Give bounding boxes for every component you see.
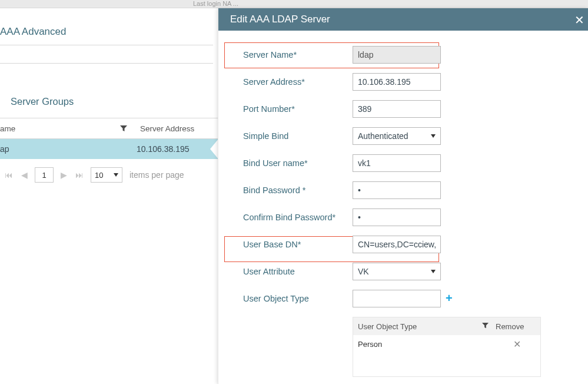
- col-address[interactable]: Server Address: [135, 124, 218, 133]
- last-login-text: Last login NA ...: [193, 0, 238, 7]
- obj-col-type[interactable]: User Object Type: [358, 322, 417, 331]
- cell-name: ap: [0, 144, 137, 154]
- pager-page-input[interactable]: 1: [35, 167, 54, 183]
- close-icon[interactable]: ✕: [574, 13, 584, 27]
- row-server-name: Server Name*: [243, 46, 579, 64]
- pager-first-icon[interactable]: ⏮: [4, 170, 14, 180]
- left-panel: AAA Advanced Server Groups ame Server Ad…: [0, 8, 218, 384]
- obj-table-header: User Object Type Remove: [353, 317, 540, 335]
- label-port-number: Port Number*: [243, 104, 353, 114]
- top-bar: Last login NA ...: [0, 0, 588, 8]
- pager-per-page-label: items per page: [129, 170, 184, 180]
- row-caret-icon: [210, 139, 218, 159]
- server-address-input[interactable]: [353, 73, 441, 91]
- breadcrumb[interactable]: AAA Advanced: [0, 8, 213, 45]
- label-base-dn: User Base DN*: [243, 240, 353, 249]
- row-server-address: Server Address*: [243, 73, 579, 91]
- table-header-row: ame Server Address: [0, 118, 218, 139]
- simple-bind-value: Authenticated: [358, 131, 408, 141]
- row-user-object-type: User Object Type +: [243, 290, 579, 307]
- col-name[interactable]: ame: [0, 124, 118, 133]
- obj-table-row: Person ✕: [353, 335, 540, 353]
- col-address-label: Server Address: [140, 124, 194, 133]
- server-table: ame Server Address ap 10.106.38.195 ⏮ ◀ …: [0, 118, 218, 183]
- label-user-attribute: User Attribute: [243, 267, 353, 276]
- row-simple-bind: Simple Bind Authenticated: [243, 127, 579, 145]
- chevron-down-icon: [114, 173, 118, 177]
- bind-username-input[interactable]: [353, 154, 441, 172]
- row-port-number: Port Number*: [243, 100, 579, 118]
- row-user-attribute: User Attribute VK: [243, 263, 579, 280]
- pager-prev-icon[interactable]: ◀: [20, 170, 29, 180]
- server-name-input[interactable]: [353, 46, 441, 64]
- pager-last-icon[interactable]: ⏭: [74, 170, 85, 180]
- divider: [0, 63, 213, 64]
- pager-size-select[interactable]: 10: [91, 167, 122, 183]
- remove-row-button[interactable]: ✕: [493, 339, 540, 350]
- label-bind-password: Bind Password *: [243, 186, 353, 195]
- obj-col-remove: Remove: [493, 322, 540, 331]
- chevron-down-icon: [431, 270, 436, 273]
- user-object-type-input[interactable]: [353, 290, 441, 307]
- port-number-input[interactable]: [353, 100, 441, 118]
- dialog-title-bar: Edit AAA LDAP Server ✕: [218, 8, 588, 31]
- user-attribute-value: VK: [358, 267, 369, 276]
- label-user-object-type: User Object Type: [243, 294, 353, 303]
- obj-row-value: Person: [353, 340, 493, 349]
- pager-next-icon[interactable]: ▶: [59, 170, 68, 180]
- dialog-title: Edit AAA LDAP Server: [230, 14, 330, 25]
- table-row[interactable]: ap 10.106.38.195: [0, 139, 218, 159]
- label-server-name: Server Name*: [243, 50, 353, 59]
- base-dn-input[interactable]: [353, 236, 441, 253]
- add-object-type-button[interactable]: +: [446, 292, 453, 304]
- filter-icon[interactable]: [120, 124, 127, 133]
- label-simple-bind: Simple Bind: [243, 131, 353, 141]
- bind-password-input[interactable]: [353, 181, 441, 199]
- label-server-address: Server Address*: [243, 77, 353, 87]
- cell-address: 10.106.38.195: [137, 144, 218, 154]
- filter-icon[interactable]: [482, 322, 489, 331]
- row-confirm-password: Confirm Bind Password*: [243, 208, 579, 226]
- row-bind-username: Bind User name*: [243, 154, 579, 172]
- confirm-password-input[interactable]: [353, 208, 441, 226]
- chevron-down-icon: [431, 134, 436, 138]
- pager: ⏮ ◀ 1 ▶ ⏭ 10 items per page: [0, 167, 218, 183]
- col-name-label: ame: [0, 124, 15, 133]
- label-bind-username: Bind User name*: [243, 158, 353, 168]
- row-bind-password: Bind Password *: [243, 181, 579, 199]
- user-attribute-select[interactable]: VK: [353, 263, 441, 280]
- ldap-form: Server Name* Server Address* Port Number…: [218, 31, 588, 384]
- row-base-dn: User Base DN*: [243, 236, 579, 253]
- label-confirm-password: Confirm Bind Password*: [243, 213, 353, 222]
- edit-ldap-dialog: Edit AAA LDAP Server ✕ Server Name* Serv…: [218, 8, 588, 384]
- simple-bind-select[interactable]: Authenticated: [353, 127, 441, 145]
- user-object-type-table: User Object Type Remove Person ✕: [353, 317, 541, 377]
- pager-size-value: 10: [95, 171, 103, 180]
- server-groups-heading: Server Groups: [0, 96, 218, 107]
